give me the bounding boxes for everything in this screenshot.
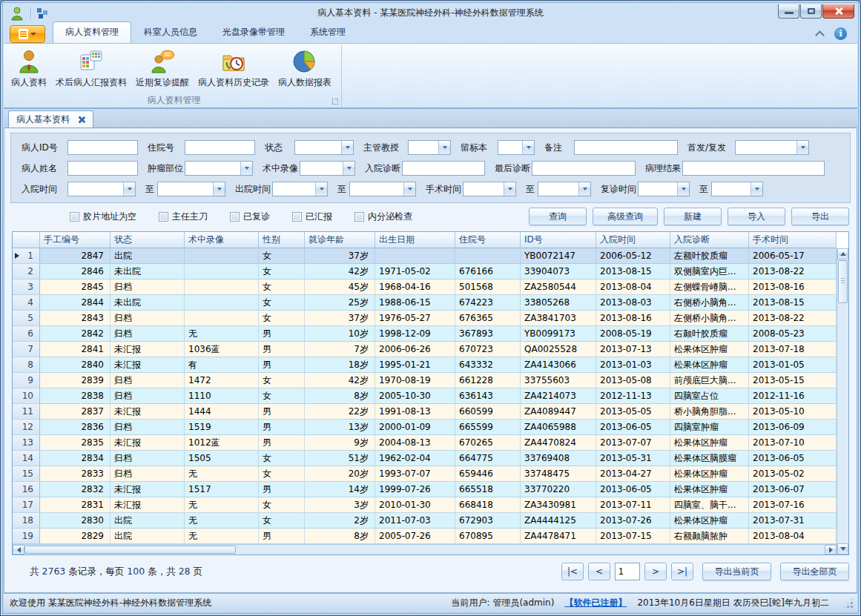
table-row[interactable]: 92839归档1472女42岁1970-08-19661228337556032… xyxy=(13,373,837,388)
row-number-cell[interactable]: 19 xyxy=(13,529,40,544)
row-number-cell[interactable]: 14 xyxy=(13,451,40,466)
row-number-cell[interactable]: 4 xyxy=(13,295,40,311)
table-row[interactable]: 132835未汇报1012蓝男9岁2004-08-13670265ZA44708… xyxy=(13,435,837,451)
ribbon-tab-system[interactable]: 系统管理 xyxy=(297,21,358,43)
next-page-button[interactable]: > xyxy=(644,563,667,580)
final-diagnosis-input[interactable] xyxy=(532,161,636,176)
table-row[interactable]: 122836归档1519男13岁2000-01-09665599ZA406598… xyxy=(13,420,837,435)
row-number-cell[interactable]: 3 xyxy=(13,279,40,295)
export-button[interactable]: 导出 xyxy=(791,208,849,225)
row-number-cell[interactable]: 6 xyxy=(13,326,40,342)
table-row[interactable]: 22846未出院女42岁1971-05-02676166339040732013… xyxy=(13,264,837,279)
document-tab-patient-basic-info[interactable]: 病人基本资料 xyxy=(8,110,93,127)
scroll-down-icon[interactable] xyxy=(837,543,848,554)
scroll-up-icon[interactable] xyxy=(837,248,848,259)
discharge-time-from-combo[interactable] xyxy=(272,182,328,196)
patient-report-button[interactable]: 病人数据报表 xyxy=(274,47,336,90)
column-header-id[interactable]: ID号 xyxy=(521,232,596,248)
column-header-indicator[interactable] xyxy=(13,232,40,248)
horizontal-scroll-thumb[interactable] xyxy=(24,546,236,554)
column-header-admit-time[interactable]: 入院时间 xyxy=(596,232,670,248)
row-number-cell[interactable]: 11 xyxy=(13,404,40,420)
checkbox-revisited[interactable]: 已复诊 xyxy=(230,211,270,223)
prev-page-button[interactable]: < xyxy=(588,563,610,580)
table-row[interactable]: 172831未汇报无女3岁2010-01-30668418ZA343098120… xyxy=(13,497,837,513)
table-row[interactable]: 192829出院无男8岁2005-07-26670895ZA4478471201… xyxy=(13,529,837,544)
row-number-cell[interactable]: 2 xyxy=(13,264,40,279)
close-button[interactable] xyxy=(822,4,854,19)
tumor-site-combo[interactable] xyxy=(185,161,253,176)
checkbox-film-address-empty[interactable]: 胶片地址为空 xyxy=(70,211,136,223)
discharge-time-to-combo[interactable] xyxy=(349,182,416,196)
table-row[interactable]: 52843归档女37岁1976-05-27676365ZA38417032013… xyxy=(13,311,837,326)
maximize-button[interactable] xyxy=(800,4,822,19)
first-page-button[interactable]: |< xyxy=(561,563,584,580)
postop-report-button[interactable]: 术后病人汇报资料 xyxy=(51,47,131,90)
scroll-left-icon[interactable] xyxy=(13,545,24,554)
revisit-reminder-button[interactable]: 近期复诊提醒 xyxy=(131,47,194,90)
table-row[interactable]: 162832未汇报1517男14岁1999-07-266655183377022… xyxy=(13,482,837,497)
table-row[interactable]: 12847出院女37岁YB00721472006-05-12左额叶胶质瘤2006… xyxy=(13,248,837,264)
column-header-birth-date[interactable]: 出生日期 xyxy=(375,232,455,248)
vertical-scrollbar[interactable] xyxy=(837,248,848,554)
ribbon-tab-staff-info[interactable]: 科室人员信息 xyxy=(131,21,210,43)
pathology-input[interactable] xyxy=(682,161,825,176)
export-all-pages-button[interactable]: 导出全部页 xyxy=(780,563,849,580)
surgery-video-combo[interactable] xyxy=(300,161,355,176)
row-number-cell[interactable]: 10 xyxy=(13,388,40,404)
scroll-right-icon[interactable] xyxy=(825,545,837,554)
checkbox-chief-surgeon[interactable]: 主任主刀 xyxy=(159,211,208,223)
export-current-page-button[interactable]: 导出当前页 xyxy=(702,563,771,580)
first-recur-combo[interactable] xyxy=(735,140,809,155)
table-row[interactable]: 42844未出院女25岁1988-06-15674223338052682013… xyxy=(13,295,837,311)
application-menu-button[interactable] xyxy=(10,25,45,43)
patient-history-button[interactable]: 病人资料历史记录 xyxy=(194,47,274,90)
row-number-cell[interactable]: 18 xyxy=(13,513,40,529)
ribbon-tab-patient-management[interactable]: 病人资料管理 xyxy=(53,21,131,43)
collapse-ribbon-icon[interactable] xyxy=(817,32,824,36)
table-row[interactable]: 112837未汇报1444男22岁1991-08-13660599ZA40894… xyxy=(13,404,837,420)
dialog-launcher-icon[interactable] xyxy=(332,98,339,105)
advanced-query-button[interactable]: 高级查询 xyxy=(593,208,658,225)
table-row[interactable]: 182830出院无女2岁2011-07-03672903ZA4444125201… xyxy=(13,513,837,529)
table-row[interactable]: 142834归档1505女51岁1962-02-0466477533769408… xyxy=(13,451,837,466)
row-number-cell[interactable]: 5 xyxy=(13,311,40,326)
patient-id-input[interactable] xyxy=(67,140,138,155)
surgery-time-from-combo[interactable] xyxy=(463,182,516,196)
checkbox-reported[interactable]: 已汇报 xyxy=(292,211,332,223)
column-header-age[interactable]: 就诊年龄 xyxy=(305,232,375,248)
checkbox-endocrine-exam[interactable]: 内分泌检查 xyxy=(354,211,412,223)
query-button[interactable]: 查询 xyxy=(529,208,587,225)
column-header-surgery-video[interactable]: 术中录像 xyxy=(185,232,259,248)
table-row[interactable]: 152833归档无女20岁1993-07-0765944633748475201… xyxy=(13,466,837,482)
row-number-cell[interactable]: 9 xyxy=(13,373,40,388)
row-number-cell[interactable]: 16 xyxy=(13,482,40,497)
ribbon-tab-disc-video[interactable]: 光盘录像带管理 xyxy=(210,21,297,43)
column-header-admit-diagnosis[interactable]: 入院诊断 xyxy=(670,232,749,248)
table-row[interactable]: 32845归档女45岁1968-04-16501568ZA25805442013… xyxy=(13,279,837,295)
table-row[interactable]: 62842归档无男10岁1998-12-09367893YB0099173200… xyxy=(13,326,837,342)
row-number-cell[interactable]: 8 xyxy=(13,357,40,373)
row-number-cell[interactable]: 7 xyxy=(13,342,40,357)
horizontal-scrollbar[interactable] xyxy=(13,544,837,554)
column-header-admission-no[interactable]: 住院号 xyxy=(455,232,521,248)
row-number-cell[interactable]: 17 xyxy=(13,497,40,513)
table-row[interactable]: 82840未汇报有男18岁1995-01-21643332ZA414306620… xyxy=(13,357,837,373)
row-number-cell[interactable]: 15 xyxy=(13,466,40,482)
page-input[interactable] xyxy=(615,563,640,580)
table-row[interactable]: 102838归档1110女8岁2005-10-30636143ZA4214073… xyxy=(13,388,837,404)
import-button[interactable]: 导入 xyxy=(728,208,785,225)
admit-diagnosis-input[interactable] xyxy=(402,161,485,176)
column-header-surgery-time[interactable]: 手术时间 xyxy=(749,232,837,248)
vertical-scroll-thumb[interactable] xyxy=(838,260,848,303)
specimen-combo[interactable] xyxy=(498,140,535,155)
quick-access-icon[interactable] xyxy=(36,7,49,20)
column-header-status[interactable]: 状态 xyxy=(110,232,185,248)
row-number-cell[interactable]: 12 xyxy=(13,420,40,435)
surgery-time-to-combo[interactable] xyxy=(538,182,591,196)
admission-no-input[interactable] xyxy=(185,140,255,155)
patient-name-input[interactable] xyxy=(67,161,138,176)
professor-combo[interactable] xyxy=(408,140,451,155)
new-button[interactable]: 新建 xyxy=(664,208,722,225)
patient-data-button[interactable]: 病人资料 xyxy=(7,47,51,90)
